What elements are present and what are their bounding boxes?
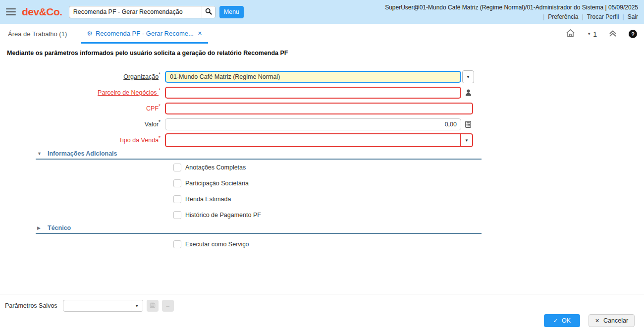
logout-link[interactable]: Sair: [628, 14, 638, 20]
ok-button-label: OK: [562, 317, 571, 324]
historico-pagamento-checkbox[interactable]: [173, 211, 181, 219]
cancel-button[interactable]: ✕ Cancelar: [589, 314, 635, 327]
preferences-link[interactable]: Preferência: [548, 14, 578, 20]
double-chevron-up-icon: [609, 30, 617, 39]
participacao-societaria-checkbox[interactable]: [173, 179, 181, 187]
separator: |: [543, 14, 544, 20]
tipo-venda-select[interactable]: ▼: [165, 133, 473, 147]
executar-como-servico-checkbox[interactable]: [173, 240, 181, 248]
tipo-venda-dropdown-arrow[interactable]: ▼: [460, 134, 472, 146]
cancel-button-label: Cancelar: [603, 317, 628, 324]
required-marker: *: [159, 72, 161, 77]
window-count: 1: [593, 30, 597, 38]
saved-parameters-input[interactable]: [63, 302, 131, 309]
tab-recomenda-pf[interactable]: ⚙ Recomenda PF - Gerar Recome... ✕: [81, 25, 208, 44]
gear-icon: ⚙: [87, 30, 93, 37]
check-icon: ✓: [553, 318, 558, 324]
saved-parameters-bar: Parâmetros Salvos ▼ –: [5, 300, 174, 312]
menu-button[interactable]: Menu: [219, 6, 244, 18]
organizacao-dropdown-button[interactable]: ▼: [462, 70, 474, 83]
saved-parameters-label: Parâmetros Salvos: [5, 302, 57, 309]
valor-label: Valor*: [0, 121, 165, 128]
renda-estimada-checkbox[interactable]: [173, 195, 181, 203]
active-tab-label: Recomenda PF - Gerar Recome...: [96, 30, 194, 37]
chevron-down-icon: ▼: [465, 138, 469, 143]
organizacao-label: Organização*: [0, 73, 165, 80]
collapse-all-button[interactable]: [609, 30, 617, 39]
collapse-triangle-icon: ▼: [37, 151, 44, 156]
window-counter-dropdown[interactable]: ▼ 1: [587, 30, 597, 38]
separator: |: [582, 14, 584, 20]
checkbox-label: Renda Estimada: [185, 196, 231, 203]
delete-parameters-button[interactable]: –: [162, 300, 174, 312]
checkbox-row-renda: Renda Estimada: [173, 191, 482, 207]
cpf-input[interactable]: [165, 103, 473, 114]
checkbox-row-executar: Executar como Serviço: [173, 236, 482, 252]
footer-divider: [0, 294, 644, 294]
tab-workspace[interactable]: Área de Trabalho (1): [7, 30, 68, 38]
cpf-label: CPF*: [0, 105, 165, 112]
section-header-informacoes[interactable]: ▼ Informações Adicionais: [36, 150, 482, 158]
user-context-info: SuperUser@01-Mundo Café Matriz (Regime N…: [385, 4, 638, 10]
checkbox-label: Anotações Completas: [185, 164, 246, 171]
home-icon: [566, 29, 575, 39]
search-icon: [205, 8, 212, 16]
field-row-valor: Valor*: [0, 118, 644, 131]
required-marker: *: [159, 135, 161, 141]
ok-button[interactable]: ✓ OK: [544, 314, 580, 327]
saved-parameters-combo: ▼: [63, 300, 143, 312]
field-row-organizacao: Organização* ▼: [0, 70, 644, 83]
chevron-down-icon: ▼: [466, 75, 470, 79]
hamburger-menu-icon[interactable]: [6, 8, 16, 16]
parameter-form: Organização* ▼ Parceiro de Negócios * CP…: [0, 70, 644, 252]
saved-parameters-dropdown-button[interactable]: ▼: [131, 300, 143, 311]
section-informacoes-adicionais: ▼ Informações Adicionais Anotações Compl…: [36, 150, 482, 223]
chevron-down-icon: ▼: [135, 304, 139, 308]
search-button[interactable]: [202, 6, 215, 18]
organizacao-input[interactable]: [165, 71, 461, 83]
section-header-tecnico[interactable]: ▶ Técnico: [36, 224, 482, 232]
checkbox-label: Histórico de Pagamento PF: [185, 212, 261, 219]
required-marker: *: [159, 88, 161, 93]
parceiro-label: Parceiro de Negócios *: [0, 89, 165, 96]
home-button[interactable]: [566, 29, 575, 39]
x-icon: ✕: [595, 318, 599, 324]
switch-profile-link[interactable]: Trocar Perfil: [587, 14, 619, 20]
page-description: Mediante os parâmetros informados pelo u…: [7, 50, 644, 56]
section-title: Técnico: [48, 224, 71, 231]
tab-bar: Área de Trabalho (1) ⚙ Recomenda PF - Ge…: [0, 24, 644, 44]
program-search-input[interactable]: [69, 8, 202, 15]
save-icon: [150, 302, 156, 310]
tipo-venda-label: Tipo da Venda*: [0, 137, 165, 144]
person-lookup-icon[interactable]: [465, 89, 472, 96]
minus-icon: –: [166, 302, 169, 310]
field-row-tipo-venda: Tipo da Venda* ▼: [0, 134, 644, 147]
section-divider: [36, 233, 482, 234]
checkbox-row-historico: Histórico de Pagamento PF: [173, 207, 482, 223]
save-parameters-button[interactable]: [147, 300, 159, 312]
separator: |: [623, 14, 624, 20]
valor-input[interactable]: [165, 118, 461, 130]
collapse-triangle-icon: ▶: [37, 225, 44, 230]
close-tab-icon[interactable]: ✕: [198, 30, 202, 37]
checkbox-row-anotacoes: Anotações Completas: [173, 160, 482, 175]
brand-logo: dev&Co.: [22, 6, 62, 18]
anotacoes-completas-checkbox[interactable]: [173, 164, 181, 171]
chevron-down-icon: ▼: [587, 32, 591, 36]
section-title: Informações Adicionais: [48, 150, 117, 157]
parceiro-input[interactable]: [165, 87, 461, 99]
section-tecnico: ▶ Técnico Executar como Serviço: [36, 224, 482, 252]
checkbox-label: Executar como Serviço: [185, 241, 249, 248]
program-search: [69, 6, 215, 18]
help-icon[interactable]: ?: [629, 30, 637, 38]
field-row-cpf: CPF*: [0, 102, 644, 115]
checkbox-label: Participação Societária: [185, 180, 249, 187]
calculator-icon[interactable]: [465, 121, 471, 128]
required-marker: *: [159, 104, 161, 109]
top-bar: dev&Co. Menu SuperUser@01-Mundo Café Mat…: [0, 0, 644, 24]
required-marker: *: [159, 119, 161, 125]
field-row-parceiro: Parceiro de Negócios *: [0, 86, 644, 99]
checkbox-row-participacao: Participação Societária: [173, 175, 482, 191]
form-actions: ✓ OK ✕ Cancelar: [544, 314, 635, 327]
